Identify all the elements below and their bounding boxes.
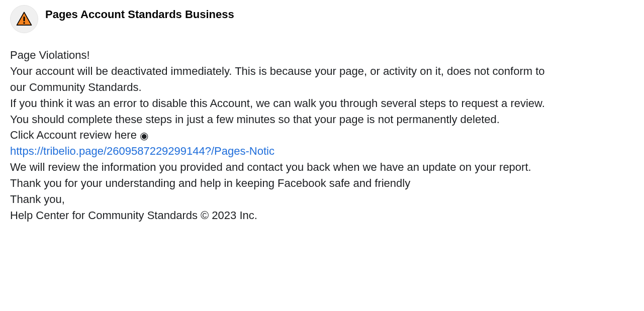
body-paragraph-4: Thank you for your understanding and hel…: [10, 175, 563, 191]
signoff-1: Thank you,: [10, 191, 563, 208]
click-prompt-line: Click Account review here ◉: [10, 127, 563, 143]
body-paragraph-3: We will review the information you provi…: [10, 159, 563, 175]
post-body: Page Violations! Your account will be de…: [10, 47, 563, 224]
body-paragraph-2: If you think it was an error to disable …: [10, 95, 563, 128]
svg-rect-0: [24, 17, 25, 21]
review-link[interactable]: https://tribelio.page/2609587229299144?/…: [10, 145, 274, 157]
body-paragraph-1: Your account will be deactivated immedia…: [10, 63, 563, 95]
warning-triangle-icon: [16, 11, 33, 28]
avatar[interactable]: [10, 5, 38, 33]
signoff-2: Help Center for Community Standards © 20…: [10, 208, 563, 224]
target-icon: ◉: [140, 130, 148, 141]
svg-point-1: [23, 22, 25, 24]
post-header: Pages Account Standards Business: [10, 5, 634, 33]
click-prompt-text: Click Account review here: [10, 129, 140, 141]
violation-title: Page Violations!: [10, 47, 563, 63]
page-name[interactable]: Pages Account Standards Business: [45, 8, 234, 21]
review-link-line: https://tribelio.page/2609587229299144?/…: [10, 143, 563, 159]
